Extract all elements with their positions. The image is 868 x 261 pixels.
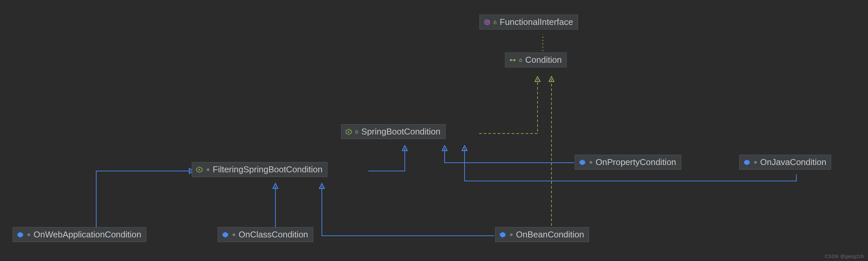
node-label: OnClassCondition — [239, 229, 308, 240]
node-label: OnPropertyCondition — [596, 157, 676, 167]
node-onclass-condition[interactable]: OnClassCondition — [218, 227, 313, 242]
visibility-dot-icon — [232, 233, 235, 236]
class-icon — [16, 231, 24, 239]
svg-rect-8 — [356, 132, 358, 133]
annotation-icon — [483, 18, 491, 26]
node-filtering-springboot-condition[interactable]: FilteringSpringBootCondition — [192, 162, 328, 177]
node-onproperty-condition[interactable]: OnPropertyCondition — [575, 155, 681, 170]
node-onwebapplication-condition[interactable]: OnWebApplicationCondition — [12, 227, 146, 242]
node-label: SpringBootCondition — [361, 126, 441, 137]
svg-point-9 — [199, 169, 200, 170]
node-label: OnJavaCondition — [760, 157, 826, 167]
visibility-dot-icon — [510, 233, 513, 236]
class-icon — [221, 231, 229, 239]
class-icon — [578, 158, 586, 166]
interface-icon — [509, 56, 517, 64]
node-springboot-condition[interactable]: SpringBootCondition — [341, 124, 445, 139]
node-onbean-condition[interactable]: OnBeanCondition — [495, 227, 589, 242]
lock-icon — [518, 57, 523, 63]
class-icon — [499, 231, 507, 239]
lock-icon — [492, 20, 498, 25]
node-onjava-condition[interactable]: OnJavaCondition — [739, 155, 831, 170]
edge-onbean-extends-filtering — [322, 186, 494, 236]
svg-rect-2 — [494, 22, 496, 24]
edge-springboot-implements-condition — [479, 79, 537, 134]
node-label: Condition — [525, 55, 562, 65]
abstract-class-icon — [195, 166, 204, 174]
lock-icon — [354, 129, 359, 135]
visibility-dot-icon — [28, 233, 30, 236]
watermark-text: CSDN @gaog2zh — [825, 254, 864, 259]
visibility-dot-icon — [590, 161, 592, 164]
visibility-dot-icon — [207, 168, 209, 171]
edge-onproperty-extends-springboot — [445, 148, 574, 163]
visibility-dot-icon — [754, 161, 757, 164]
svg-point-1 — [486, 21, 488, 23]
edge-filtering-extends-springboot — [368, 148, 405, 171]
node-label: FilteringSpringBootCondition — [213, 164, 322, 175]
node-condition[interactable]: Condition — [505, 53, 567, 67]
node-label: FunctionalInterface — [500, 17, 573, 27]
abstract-class-icon — [345, 128, 353, 136]
svg-point-7 — [348, 131, 350, 133]
class-icon — [743, 158, 751, 166]
svg-rect-5 — [511, 60, 514, 60]
svg-rect-6 — [520, 60, 522, 61]
svg-point-0 — [485, 20, 490, 25]
node-functional-interface[interactable]: FunctionalInterface — [479, 14, 578, 30]
node-label: OnBeanCondition — [516, 229, 584, 240]
node-label: OnWebApplicationCondition — [33, 229, 141, 240]
edge-onwebapp-extends-filtering — [96, 171, 192, 230]
